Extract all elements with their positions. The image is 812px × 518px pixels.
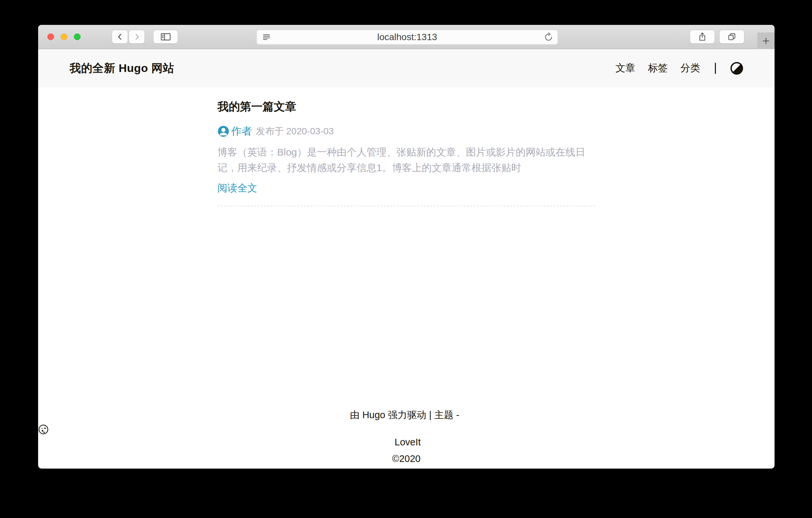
share-icon xyxy=(698,32,707,42)
post-summary-card: 我的第一篇文章 xyxy=(218,99,595,206)
nav-item-posts[interactable]: 文章 xyxy=(615,61,635,75)
site-title[interactable]: 我的全新 Hugo 网站 xyxy=(69,61,174,76)
tabs-overview-button[interactable] xyxy=(720,30,744,44)
browser-toolbar: localhost:1313 xyxy=(38,25,775,49)
post-publish-date: 发布于 2020-03-03 xyxy=(256,125,334,138)
plus-icon: + xyxy=(762,34,770,48)
nav-item-categories[interactable]: 分类 xyxy=(680,61,700,75)
post-author-name: 作者 xyxy=(231,125,252,138)
nav-divider xyxy=(715,63,716,74)
site-footer: 由 Hugo 强力驱动 | 主题 - LoveIt ©2020 xyxy=(38,408,775,466)
reader-view-icon[interactable] xyxy=(262,32,271,42)
footer-copyright: ©2020 xyxy=(38,451,775,466)
footer-powered-text: 由 Hugo 强力驱动 | 主题 - xyxy=(350,410,459,420)
share-button[interactable] xyxy=(690,30,715,44)
back-icon xyxy=(116,32,124,41)
theme-toggle-icon[interactable] xyxy=(730,62,743,75)
footer-powered-line: 由 Hugo 强力驱动 | 主题 - LoveIt xyxy=(38,408,775,451)
post-author-link[interactable]: 作者 xyxy=(218,125,252,138)
nav-item-tags[interactable]: 标签 xyxy=(648,61,668,75)
post-meta: 作者 发布于 2020-03-03 xyxy=(218,125,595,138)
footer-theme-name[interactable]: LoveIt xyxy=(395,437,421,447)
post-summary-text: 博客（英语：Blog）是一种由个人管理、张贴新的文章、图片或影片的网站或在线日记… xyxy=(218,144,595,175)
post-title[interactable]: 我的第一篇文章 xyxy=(218,99,595,114)
url-text: localhost:1313 xyxy=(257,32,558,43)
address-bar[interactable]: localhost:1313 xyxy=(257,30,558,45)
forward-icon xyxy=(133,32,141,41)
traffic-lights xyxy=(48,33,81,40)
new-tab-button[interactable]: + xyxy=(757,32,775,49)
tabs-overview-icon xyxy=(727,32,736,42)
safari-window: localhost:1313 xyxy=(38,25,775,469)
sidebar-toggle-button[interactable] xyxy=(153,30,178,44)
back-button[interactable] xyxy=(112,30,127,44)
minimize-window-button[interactable] xyxy=(61,33,67,40)
forward-button[interactable] xyxy=(129,30,145,44)
site-nav: 文章 标签 分类 xyxy=(615,61,743,75)
zoom-window-button[interactable] xyxy=(74,33,81,40)
kiss-wink-heart-icon xyxy=(38,424,775,435)
sidebar-icon xyxy=(160,32,171,42)
main-content: 我的第一篇文章 xyxy=(38,87,775,206)
site-header: 我的全新 Hugo 网站 文章 标签 分类 xyxy=(38,49,775,87)
post-divider xyxy=(218,206,595,206)
reload-icon[interactable] xyxy=(544,32,553,42)
user-circle-icon xyxy=(218,125,231,137)
read-more-link[interactable]: 阅读全文 xyxy=(218,182,257,195)
close-window-button[interactable] xyxy=(48,33,54,40)
